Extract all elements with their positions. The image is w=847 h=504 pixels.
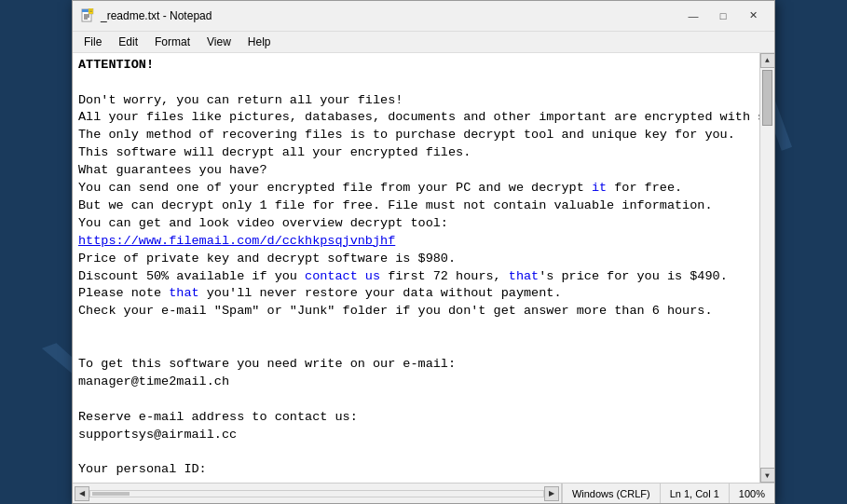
statusbar: ◀ ▶ Windows (CRLF) Ln 1, Col 1 100% bbox=[73, 483, 774, 503]
svg-rect-5 bbox=[89, 8, 93, 14]
menu-edit[interactable]: Edit bbox=[111, 34, 145, 50]
scroll-track[interactable] bbox=[760, 68, 774, 468]
zoom-label: 100% bbox=[739, 488, 765, 499]
encoding-section: Windows (CRLF) bbox=[562, 484, 660, 503]
horizontal-scrollbar[interactable]: ◀ ▶ bbox=[73, 484, 562, 503]
attention-line: ATTENTION! bbox=[78, 58, 154, 72]
h-scroll-thumb[interactable] bbox=[92, 492, 130, 496]
contact-us-link[interactable]: contact us bbox=[305, 269, 380, 283]
scroll-thumb[interactable] bbox=[762, 70, 772, 126]
statusbar-sections: Windows (CRLF) Ln 1, Col 1 100% bbox=[562, 484, 774, 503]
maximize-button[interactable]: □ bbox=[709, 7, 737, 25]
menubar: File Edit Format View Help bbox=[73, 32, 774, 53]
minimize-button[interactable]: — bbox=[679, 7, 707, 25]
titlebar-controls: — □ ✕ bbox=[679, 7, 767, 25]
url-link[interactable]: https://www.filemail.com/d/cckhkpsqjvnbj… bbox=[78, 234, 395, 248]
window-title: _readme.txt - Notepad bbox=[101, 9, 212, 22]
menu-view[interactable]: View bbox=[199, 34, 239, 50]
notepad-window: _readme.txt - Notepad — □ ✕ File Edit Fo… bbox=[72, 0, 775, 504]
scroll-left-arrow[interactable]: ◀ bbox=[75, 486, 89, 501]
close-button[interactable]: ✕ bbox=[739, 7, 767, 25]
scroll-right-arrow[interactable]: ▶ bbox=[544, 486, 559, 501]
position-label: Ln 1, Col 1 bbox=[670, 488, 719, 499]
scroll-down-arrow[interactable]: ▼ bbox=[760, 468, 775, 483]
text-area[interactable]: ATTENTION! Don't worry, you can return a… bbox=[73, 53, 759, 483]
position-section: Ln 1, Col 1 bbox=[660, 484, 729, 503]
text-container: ATTENTION! Don't worry, you can return a… bbox=[73, 53, 774, 483]
menu-file[interactable]: File bbox=[76, 34, 109, 50]
encoding-label: Windows (CRLF) bbox=[572, 488, 650, 499]
it-highlight: it bbox=[592, 181, 607, 195]
notepad-icon bbox=[80, 8, 95, 23]
menu-format[interactable]: Format bbox=[147, 34, 198, 50]
titlebar: _readme.txt - Notepad — □ ✕ bbox=[73, 1, 774, 32]
that-highlight: that bbox=[169, 286, 198, 300]
menu-help[interactable]: Help bbox=[240, 34, 279, 50]
h-scroll-track[interactable] bbox=[89, 490, 544, 497]
titlebar-left: _readme.txt - Notepad bbox=[80, 8, 212, 23]
scrollbar-vertical[interactable]: ▲ ▼ bbox=[759, 53, 774, 483]
scroll-up-arrow[interactable]: ▲ bbox=[760, 53, 775, 68]
that-text: that bbox=[509, 269, 539, 283]
zoom-section: 100% bbox=[729, 484, 774, 503]
